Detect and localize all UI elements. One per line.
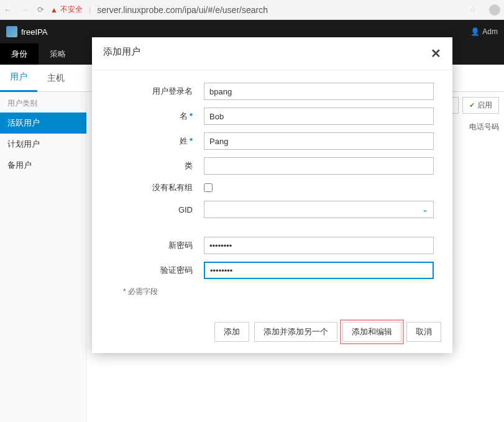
add-edit-button[interactable]: 添加和编辑	[342, 322, 401, 342]
required-note: * 必需字段	[111, 287, 434, 297]
noprivate-checkbox[interactable]	[204, 183, 213, 192]
class-input[interactable]	[204, 157, 434, 175]
check-icon: ✔	[469, 101, 475, 109]
label-newpass: 新密码	[111, 240, 204, 251]
add-button[interactable]: 添加	[214, 322, 249, 342]
add-user-dialog: 添加用户 ✕ 用户登录名 名* 姓* 类 没有私有组 GID ⌄	[92, 37, 452, 353]
label-verifypass: 验证密码	[111, 265, 204, 276]
extension-icon[interactable]	[489, 4, 500, 16]
label-gid: GID	[111, 205, 204, 214]
firstname-input[interactable]	[204, 108, 434, 125]
login-input[interactable]	[204, 83, 434, 100]
add-another-button[interactable]: 添加并添加另一个	[254, 322, 337, 342]
column-phone-header: 电话号码	[469, 122, 499, 132]
bookmark-star-icon[interactable]: ☆	[469, 5, 477, 14]
label-class: 类	[111, 160, 204, 172]
sidebar-item-active-users[interactable]: 活跃用户	[0, 112, 86, 134]
forward-icon[interactable]: →	[21, 5, 29, 14]
address-bar[interactable]: server.linuxprobe.com/ipa/ui/#/e/user/se…	[97, 5, 463, 15]
close-icon[interactable]: ✕	[431, 46, 441, 61]
sidebar: 用户类别 活跃用户 计划用户 备用户	[0, 92, 87, 422]
topnav-policy[interactable]: 策略	[39, 44, 77, 65]
lastname-input[interactable]	[204, 132, 434, 150]
brand-logo[interactable]: freeIPA	[6, 26, 47, 37]
browser-bar: ← → ⟳ ▲ 不安全 | server.linuxprobe.com/ipa/…	[0, 0, 504, 20]
label-login: 用户登录名	[111, 86, 204, 97]
insecure-badge: ▲ 不安全	[50, 4, 83, 15]
gid-select[interactable]: ⌄	[204, 201, 434, 218]
subnav-hosts[interactable]: 主机	[37, 65, 75, 91]
dialog-title: 添加用户	[103, 46, 140, 61]
user-menu[interactable]: 👤 Adm	[470, 27, 498, 36]
cancel-button[interactable]: 取消	[406, 322, 441, 342]
back-icon[interactable]: ←	[4, 5, 12, 14]
logo-icon	[6, 26, 17, 37]
topnav-identity[interactable]: 身份	[0, 44, 39, 65]
warning-icon: ▲	[50, 6, 58, 14]
sidebar-item-preserved-users[interactable]: 备用户	[0, 155, 86, 176]
verifypass-input[interactable]	[204, 262, 434, 279]
reload-icon[interactable]: ⟳	[37, 5, 44, 14]
enable-button[interactable]: ✔启用	[462, 97, 499, 114]
newpass-input[interactable]	[204, 237, 434, 254]
label-firstname: 名*	[111, 111, 204, 122]
subnav-users[interactable]: 用户	[0, 64, 37, 92]
sidebar-category: 用户类别	[0, 92, 86, 112]
chevron-down-icon: ⌄	[422, 205, 428, 214]
label-noprivate: 没有私有组	[111, 182, 204, 193]
sidebar-item-staged-users[interactable]: 计划用户	[0, 134, 86, 155]
user-icon: 👤	[470, 27, 480, 36]
label-lastname: 姓*	[111, 135, 204, 147]
